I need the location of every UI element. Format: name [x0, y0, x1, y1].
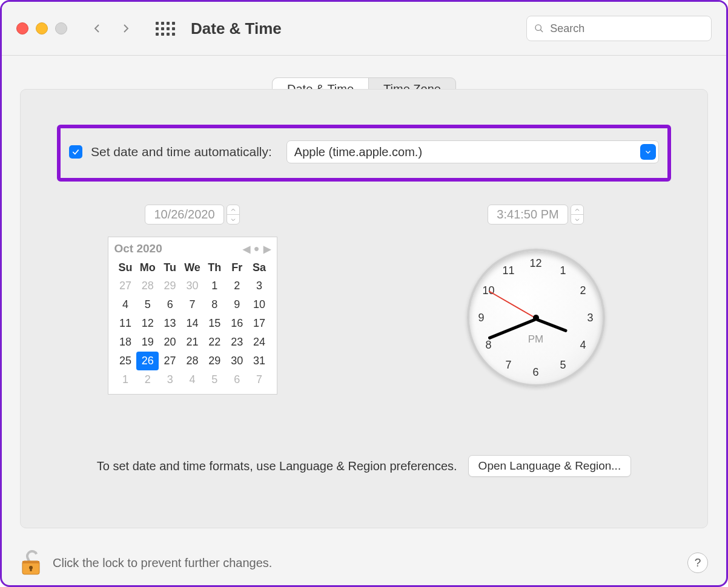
clock-number: 12: [529, 257, 541, 270]
calendar-day[interactable]: 5: [136, 295, 159, 314]
svg-point-0: [535, 25, 541, 30]
auto-time-checkbox[interactable]: [69, 145, 82, 159]
unlocked-lock-icon: [20, 550, 42, 576]
calendar-day[interactable]: 27: [159, 352, 181, 370]
search-field[interactable]: [526, 16, 712, 41]
clock-pivot: [533, 315, 539, 321]
minimize-window-button[interactable]: [36, 22, 48, 34]
clock-number: 1: [560, 264, 566, 277]
calendar-dow: We: [181, 259, 204, 277]
calendar-day[interactable]: 29: [159, 277, 181, 295]
date-step-up[interactable]: [227, 205, 239, 215]
svg-rect-5: [30, 568, 32, 571]
calendar-day[interactable]: 4: [114, 295, 137, 314]
combobox-arrow-button[interactable]: [640, 144, 656, 160]
calendar-day[interactable]: 26: [136, 352, 159, 370]
lock-button[interactable]: [20, 550, 42, 576]
second-hand: [488, 290, 536, 319]
svg-line-1: [540, 30, 543, 32]
auto-time-label: Set date and time automatically:: [91, 145, 272, 159]
time-server-combobox[interactable]: Apple (time.apple.com.): [286, 140, 659, 163]
clock-number: 4: [580, 339, 586, 352]
calendar-day[interactable]: 8: [204, 295, 226, 314]
clock-number: 9: [478, 312, 484, 324]
date-stepper[interactable]: [227, 205, 240, 225]
time-step-up[interactable]: [571, 205, 583, 215]
calendar-dow: Th: [204, 259, 226, 277]
calendar-day[interactable]: 20: [159, 333, 181, 352]
hour-hand: [535, 318, 568, 332]
calendar-day[interactable]: 31: [248, 352, 271, 370]
calendar-day[interactable]: 9: [226, 295, 248, 314]
time-field[interactable]: 3:41:50 PM: [488, 205, 568, 225]
date-step-down[interactable]: [227, 215, 239, 224]
search-icon: [534, 23, 544, 34]
show-all-prefs-button[interactable]: [156, 22, 175, 36]
calendar-day[interactable]: 18: [114, 333, 137, 352]
help-button[interactable]: ?: [687, 553, 708, 573]
calendar-day[interactable]: 17: [248, 314, 271, 333]
preferences-panel: Set date and time automatically: Apple (…: [20, 89, 708, 528]
calendar-day[interactable]: 5: [204, 370, 226, 389]
calendar-day[interactable]: 30: [226, 352, 248, 370]
toolbar: Date & Time: [2, 2, 726, 56]
forward-button[interactable]: [121, 23, 131, 34]
time-server-value: Apple (time.apple.com.): [294, 145, 422, 159]
clock-number: 8: [486, 339, 492, 352]
calendar-day[interactable]: 14: [181, 314, 204, 333]
calendar[interactable]: Oct 2020 ◀ ● ▶ SuMoTuWeThFrSa27282930123…: [108, 237, 277, 395]
calendar-day[interactable]: 28: [136, 277, 159, 295]
calendar-day[interactable]: 4: [181, 370, 204, 389]
calendar-day[interactable]: 15: [204, 314, 226, 333]
svg-rect-3: [22, 561, 39, 563]
formats-hint: To set date and time formats, use Langua…: [97, 459, 457, 473]
calendar-day[interactable]: 24: [248, 333, 271, 352]
calendar-prev-icon[interactable]: ◀: [243, 243, 250, 255]
calendar-day[interactable]: 22: [204, 333, 226, 352]
chevron-down-icon: [644, 148, 652, 156]
calendar-day[interactable]: 23: [226, 333, 248, 352]
time-stepper[interactable]: [571, 205, 584, 225]
close-window-button[interactable]: [16, 22, 28, 34]
calendar-month-label: Oct 2020: [114, 242, 162, 255]
calendar-day[interactable]: 30: [181, 277, 204, 295]
calendar-day[interactable]: 6: [159, 295, 181, 314]
back-button[interactable]: [91, 23, 102, 34]
calendar-day[interactable]: 25: [114, 352, 137, 370]
calendar-day[interactable]: 10: [248, 295, 271, 314]
calendar-day[interactable]: 16: [226, 314, 248, 333]
chevron-down-icon: [230, 217, 236, 223]
clock-number: 7: [505, 358, 511, 371]
calendar-day[interactable]: 7: [248, 370, 271, 389]
calendar-day[interactable]: 1: [114, 370, 137, 389]
clock-number: 6: [532, 366, 538, 379]
calendar-day[interactable]: 11: [114, 314, 137, 333]
calendar-today-icon[interactable]: ●: [254, 243, 260, 254]
date-field[interactable]: 10/26/2020: [145, 205, 223, 225]
calendar-day[interactable]: 28: [181, 352, 204, 370]
calendar-day[interactable]: 3: [248, 277, 271, 295]
window-title: Date & Time: [191, 19, 282, 38]
calendar-day[interactable]: 27: [114, 277, 137, 295]
search-input[interactable]: [549, 22, 704, 36]
open-language-region-button[interactable]: Open Language & Region...: [468, 455, 632, 477]
time-step-down[interactable]: [571, 215, 583, 224]
calendar-day[interactable]: 3: [159, 370, 181, 389]
calendar-day[interactable]: 13: [159, 314, 181, 333]
calendar-dow: Mo: [136, 259, 159, 277]
calendar-day[interactable]: 6: [226, 370, 248, 389]
calendar-day[interactable]: 2: [136, 370, 159, 389]
clock-number: 5: [560, 358, 566, 371]
auto-time-row: Set date and time automatically: Apple (…: [57, 125, 671, 182]
calendar-day[interactable]: 29: [204, 352, 226, 370]
clock-ampm: PM: [528, 333, 544, 346]
calendar-day[interactable]: 1: [204, 277, 226, 295]
calendar-day[interactable]: 19: [136, 333, 159, 352]
calendar-day[interactable]: 2: [226, 277, 248, 295]
calendar-day[interactable]: 12: [136, 314, 159, 333]
chevron-down-icon: [574, 217, 580, 223]
calendar-next-icon[interactable]: ▶: [263, 243, 271, 255]
zoom-window-button[interactable]: [55, 22, 67, 34]
calendar-day[interactable]: 21: [181, 333, 204, 352]
calendar-day[interactable]: 7: [181, 295, 204, 314]
